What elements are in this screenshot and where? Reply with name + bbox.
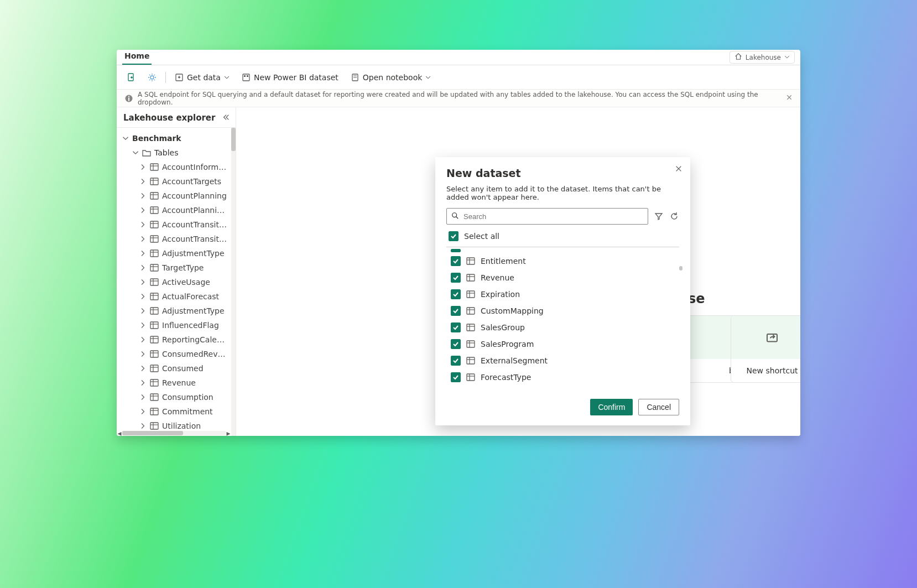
tree-table-item[interactable]: AccountTransitionPulseSu [117, 232, 231, 246]
scrollbar-thumb[interactable] [122, 431, 183, 435]
tree-table-item[interactable]: InfluencedFlag [117, 318, 231, 332]
scrollbar-track[interactable] [122, 431, 226, 435]
item-checkbox[interactable] [451, 256, 461, 266]
dialog-item-list[interactable]: EntitlementRevenueExpirationCustomMappin… [446, 247, 679, 387]
chevron-right-icon [140, 379, 147, 386]
get-data-button[interactable]: Get data [171, 71, 233, 84]
tile-label: New shortcut [731, 359, 800, 382]
settings-button[interactable] [144, 71, 160, 84]
item-checkbox[interactable] [451, 273, 461, 283]
gear-icon [148, 73, 157, 82]
tree-wrap: Benchmark Tables AccountInformationAccou… [117, 128, 236, 436]
workspace-selector[interactable]: Lakehouse [730, 51, 795, 64]
tile-new-shortcut[interactable]: New shortcut [731, 315, 800, 383]
new-dataset-dialog: New dataset Select any item to add it to… [435, 157, 690, 425]
tree-table-item[interactable]: TargetType [117, 261, 231, 275]
list-scrollbar-thumb[interactable] [679, 266, 682, 270]
list-item[interactable]: CustomMapping [451, 303, 679, 319]
filter-button[interactable] [654, 211, 664, 221]
get-data-icon [175, 73, 184, 82]
info-text: A SQL endpoint for SQL querying and a de… [138, 91, 781, 106]
list-item[interactable]: SalesGroup [451, 319, 679, 336]
chevron-right-icon [140, 178, 147, 185]
item-label: Expiration [481, 290, 520, 299]
scroll-right-button[interactable]: ▸ [226, 430, 231, 436]
table-icon [466, 257, 475, 266]
list-item[interactable]: Entitlement [451, 253, 679, 269]
tree-table-item[interactable]: AdjustmentType [117, 304, 231, 318]
search-box[interactable] [446, 208, 648, 225]
item-checkbox[interactable] [451, 356, 461, 366]
select-all-row[interactable]: Select all [446, 229, 679, 247]
item-checkbox[interactable] [451, 306, 461, 316]
tree-table-item[interactable]: ActualForecast [117, 289, 231, 304]
list-item[interactable]: Expiration [451, 286, 679, 303]
item-label: Entitlement [481, 257, 526, 266]
list-item[interactable]: ForecastType [451, 369, 679, 386]
item-checkbox[interactable] [451, 322, 461, 332]
table-icon [150, 407, 159, 416]
confirm-button[interactable]: Confirm [590, 399, 633, 415]
new-dataset-button[interactable]: New Power BI dataset [238, 71, 342, 84]
tree-table-item[interactable]: AdjustmentType [117, 246, 231, 261]
tree-table-item[interactable]: AccountInformation [117, 160, 231, 174]
select-all-checkbox[interactable] [449, 231, 459, 241]
tile-icon-area [731, 316, 800, 359]
table-icon [150, 364, 159, 373]
tree-scrollbar-vertical[interactable] [231, 128, 236, 436]
new-file-button[interactable] [123, 71, 139, 84]
tree-table-item[interactable]: Consumed [117, 361, 231, 376]
cancel-button[interactable]: Cancel [638, 399, 679, 415]
item-checkbox[interactable] [451, 289, 461, 299]
info-close-button[interactable] [786, 94, 793, 102]
chevron-down-icon [122, 135, 129, 142]
tab-bar: Home Lakehouse [117, 50, 800, 65]
item-label: ExternalSegment [481, 356, 548, 365]
table-icon [466, 340, 475, 348]
chevron-right-icon [140, 221, 147, 228]
tree-scrollbar-horizontal[interactable]: ◂ ▸ [117, 430, 231, 436]
list-item[interactable]: Revenue [451, 269, 679, 286]
tree-table-label: AccountTransitionPulseSu [162, 235, 228, 243]
body: Lakehouse explorer Benchmark Tables Acco… [117, 107, 800, 436]
item-checkbox[interactable] [451, 249, 461, 252]
sidebar-collapse-button[interactable] [222, 113, 230, 123]
search-input[interactable] [462, 212, 643, 221]
open-notebook-button[interactable]: Open notebook [347, 71, 435, 84]
tree-table-item[interactable]: Revenue [117, 376, 231, 390]
tab-home[interactable]: Home [122, 50, 152, 65]
tree-table-item[interactable]: AccountPlanning [117, 189, 231, 203]
tree-tables-folder[interactable]: Tables [117, 145, 231, 160]
list-item[interactable]: ExternalSegment [451, 352, 679, 369]
scroll-left-button[interactable]: ◂ [117, 430, 122, 436]
tree-table-item[interactable]: AccountTransition [117, 217, 231, 232]
tree-table-item[interactable]: ReportingCalendar [117, 332, 231, 347]
chevron-right-icon [140, 336, 147, 343]
get-data-label: Get data [187, 73, 221, 82]
info-bar: A SQL endpoint for SQL querying and a de… [117, 90, 800, 107]
dialog-close-button[interactable] [675, 165, 682, 174]
item-checkbox[interactable] [451, 339, 461, 349]
tree-table-label: Consumed [162, 364, 228, 373]
refresh-button[interactable] [669, 211, 679, 221]
doc-add-icon [127, 73, 136, 82]
chevron-right-icon [140, 264, 147, 271]
tree-root[interactable]: Benchmark [117, 131, 231, 145]
table-icon [150, 220, 159, 229]
tree-table-item[interactable]: ActiveUsage [117, 275, 231, 289]
tree-table-label: ReportingCalendar [162, 335, 228, 344]
tree-table-item[interactable]: Commitment [117, 404, 231, 419]
select-all-label: Select all [464, 232, 499, 241]
item-checkbox[interactable] [451, 372, 461, 382]
tree-table-item[interactable]: AccountTargets [117, 174, 231, 189]
table-icon [466, 306, 475, 315]
tree-table-item[interactable]: AccountPlanningParticipa [117, 203, 231, 217]
table-icon [150, 235, 159, 243]
scrollbar-thumb[interactable] [231, 128, 236, 151]
list-item[interactable]: SalesProgram [451, 336, 679, 352]
explorer-tree[interactable]: Benchmark Tables AccountInformationAccou… [117, 128, 231, 436]
table-icon [150, 292, 159, 301]
tree-table-item[interactable]: Consumption [117, 390, 231, 404]
chevron-right-icon [140, 250, 147, 257]
tree-table-item[interactable]: ConsumedRevenue [117, 347, 231, 361]
